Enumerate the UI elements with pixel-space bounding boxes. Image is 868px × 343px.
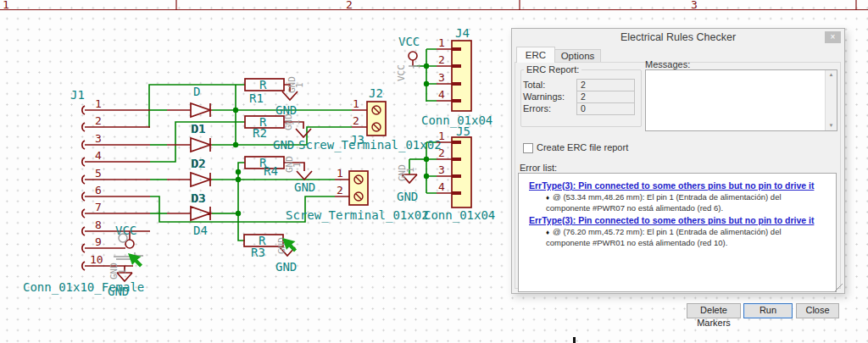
j5-value: Conn_01x04 — [424, 208, 495, 223]
create-erc-file-report-checkbox[interactable] — [523, 143, 533, 153]
j3-pin-number: 2 — [337, 184, 343, 196]
connector-j4[interactable]: 1 2 3 4 J4 Conn_01x04 — [421, 26, 492, 128]
error-link[interactable]: ErrType(3): Pin connected to some others… — [529, 180, 829, 191]
warnings-label: Warnings: — [523, 91, 565, 102]
r4-ref[interactable]: R4 — [264, 164, 278, 178]
j2-ref: J2 — [369, 86, 383, 100]
j2-pin-number: 2 — [353, 114, 359, 127]
total-value: 2 — [576, 79, 635, 91]
close-icon[interactable]: × — [825, 31, 841, 43]
error-detail: ♦@ (76.20 mm,45.72 mm): El pin 1 (Entrad… — [546, 227, 826, 247]
r1-ref[interactable]: R1 — [249, 91, 264, 105]
j5-ref: J5 — [456, 124, 470, 138]
error-detail: ♦@ (53.34 mm,48.26 mm): El pin 1 (Entrad… — [546, 192, 826, 213]
screw-terminal-j2[interactable]: 1 2 J2 Screw_Terminal_01x02 — [298, 86, 442, 152]
j3-value: Screw_Terminal_01x02 — [286, 208, 429, 223]
gnd-label[interactable]: GND — [275, 260, 297, 274]
j1-pin-number: 8 — [95, 219, 102, 231]
ruler-label-3: 3 — [691, 0, 698, 11]
scroll-up-icon[interactable]: ▲ — [826, 70, 837, 80]
delete-markers-button[interactable]: Delete Markers — [687, 303, 741, 318]
tab-options[interactable]: Options — [554, 49, 601, 63]
j3-pin-number: 1 — [337, 167, 343, 180]
gnd-label[interactable]: GND — [273, 138, 294, 152]
j4-pin-number: 1 — [438, 36, 445, 49]
scroll-down-icon[interactable]: ▼ — [826, 121, 837, 130]
erc-report-legend: ERC Report: — [524, 64, 581, 75]
j1-pin-number: 7 — [95, 201, 102, 213]
erc-dialog[interactable]: Electrical Rules Checker × ERC Options E… — [511, 28, 845, 294]
j5-pin-number: 3 — [438, 163, 445, 176]
j3-ref: J3 — [350, 133, 364, 147]
error-detail-text: @ (76.20 mm,45.72 mm): El pin 1 (Entrada… — [546, 227, 782, 247]
errors-value: 0 — [576, 102, 635, 115]
j4-pin-number: 3 — [438, 71, 445, 84]
j1-pin-number: 10 — [90, 253, 103, 266]
j2-value: Screw_Terminal_01x02 — [298, 138, 442, 152]
caret-mark — [573, 337, 576, 343]
run-button[interactable]: Run — [743, 303, 793, 318]
connector-j1[interactable]: 1 2 3 4 5 6 7 8 9 10 J1 Conn_01x10_Femal… — [23, 88, 150, 295]
d1-ref[interactable]: D1 — [191, 122, 205, 136]
vcc-label[interactable]: VCC — [398, 35, 420, 48]
gnd-label[interactable]: GND — [108, 285, 129, 298]
eeschema-canvas[interactable]: 1 2 3 1 — [0, 0, 868, 343]
error-link[interactable]: ErrType(3): Pin connected to some others… — [529, 215, 829, 225]
j1-pin-number: 6 — [95, 184, 102, 196]
r1-value[interactable]: R — [259, 78, 267, 91]
erc-tab-page: ERC Report: Total: 2 Warnings: 2 Errors:… — [515, 62, 841, 289]
j1-ref[interactable]: J1 — [70, 88, 85, 102]
j2-pin-number: 1 — [353, 97, 359, 110]
d4-ref[interactable]: D4 — [193, 224, 208, 237]
error-detail-text: @ (53.34 mm,48.26 mm): El pin 1 (Entrada… — [546, 192, 782, 213]
svg-text:1: 1 — [117, 268, 128, 274]
diamond-bullet-icon: ♦ — [546, 229, 549, 236]
j5-pin-number: 2 — [438, 147, 445, 159]
resize-grip[interactable] — [835, 284, 843, 291]
r2-ref[interactable]: R2 — [253, 126, 267, 140]
ruler-label-1: 1 — [3, 0, 9, 11]
d3-ref[interactable]: D3 — [191, 191, 205, 205]
close-button[interactable]: Close — [796, 303, 839, 318]
d2-ref[interactable]: D2 — [191, 157, 205, 170]
gnd-label[interactable]: GND — [397, 190, 418, 203]
j1-pin-number: 2 — [95, 114, 102, 127]
j4-ref: J4 — [455, 26, 470, 40]
svg-text:1: 1 — [292, 162, 303, 168]
j4-pin-number: 2 — [438, 53, 445, 66]
diode-value[interactable]: D — [193, 85, 200, 98]
messages-scrollbar[interactable]: ▲ ▼ — [825, 70, 837, 130]
total-label: Total: — [523, 80, 545, 90]
r3-ref[interactable]: R3 — [251, 246, 265, 259]
sheet-border — [0, 0, 868, 10]
j4-pin-number: 4 — [438, 88, 445, 101]
j1-pin-number: 4 — [95, 149, 102, 162]
j1-pin-number: 1 — [95, 97, 102, 110]
svg-text:1: 1 — [294, 82, 305, 88]
warnings-value: 2 — [576, 91, 635, 103]
tab-erc[interactable]: ERC — [516, 47, 555, 63]
error-list[interactable]: ErrType(3): Pin connected to some others… — [518, 173, 837, 292]
errors-label: Errors: — [523, 103, 551, 113]
dialog-title: Electrical Rules Checker — [512, 29, 844, 46]
error-list-label: Error list: — [520, 163, 557, 173]
diamond-bullet-icon: ♦ — [546, 194, 549, 202]
j1-pin-number: 5 — [95, 167, 102, 180]
j5-pin-number: 1 — [438, 130, 445, 142]
svg-text:1: 1 — [291, 119, 302, 125]
messages-label: Messages: — [645, 59, 690, 69]
svg-text:VCC: VCC — [396, 64, 407, 81]
j5-pin-number: 4 — [438, 180, 445, 193]
ruler-label-2: 2 — [346, 0, 353, 11]
svg-text:1: 1 — [405, 167, 416, 173]
gnd-label[interactable]: GND — [294, 180, 315, 194]
j1-pin-number: 9 — [95, 235, 102, 248]
messages-box[interactable]: ▲ ▼ — [645, 69, 837, 131]
j1-pin-number: 3 — [95, 132, 102, 145]
create-erc-file-report-label: Create ERC file report — [537, 142, 628, 152]
